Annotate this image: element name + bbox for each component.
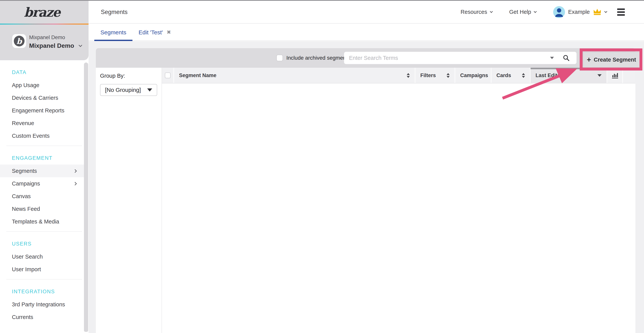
group-by-label: Group By:	[100, 73, 157, 79]
workspace-name: Mixpanel Demo	[29, 42, 74, 49]
sidebar-item-custom-events[interactable]: Custom Events	[0, 130, 84, 142]
segment-search[interactable]	[344, 52, 576, 64]
select-all-cell	[162, 68, 174, 83]
workspace-company: Mixpanel Demo	[29, 35, 65, 41]
column-segment-name[interactable]: Segment Name	[174, 68, 415, 83]
search-dropdown-caret-icon[interactable]	[550, 57, 554, 59]
sidebar-item-engagement-reports[interactable]: Engagement Reports	[0, 104, 84, 117]
sidebar-section-data: DATA	[0, 60, 84, 79]
table-header-row: Segment Name Filters Campaigns Cards Las…	[162, 68, 636, 84]
sort-caret-icon[interactable]	[598, 74, 602, 77]
tab-bar: Segments Edit 'Test' ✖	[88, 24, 644, 41]
search-input[interactable]	[349, 55, 550, 61]
resources-menu[interactable]: Resources	[460, 9, 492, 15]
braze-logo: braze	[24, 5, 60, 20]
select-all-checkbox[interactable]	[165, 73, 170, 78]
window-top-border	[0, 0, 644, 1]
close-icon[interactable]: ✖	[167, 30, 171, 35]
sidebar-item-app-usage[interactable]: App Usage	[0, 79, 84, 92]
column-campaigns[interactable]: Campaigns	[455, 68, 491, 83]
tab-segments[interactable]: Segments	[94, 24, 132, 41]
chevron-down-icon[interactable]	[78, 43, 82, 47]
sidebar-item-canvas[interactable]: Canvas	[0, 190, 84, 203]
sidebar-item-devices-carriers[interactable]: Devices & Carriers	[0, 92, 84, 104]
group-by-select[interactable]: [No Grouping]	[100, 84, 157, 96]
sidebar-item-news-feed[interactable]: News Feed	[0, 203, 84, 215]
sidebar-item-currents[interactable]: Currents	[0, 311, 84, 323]
page-title: Segments	[101, 9, 128, 16]
column-cards[interactable]: Cards	[491, 68, 530, 83]
sidebar-gutter	[84, 63, 88, 332]
chevron-down-icon	[604, 10, 608, 13]
chevron-right-icon	[73, 182, 77, 185]
segments-panel: Include archived segments + Create Segme…	[96, 48, 636, 333]
brand-header: braze	[0, 1, 88, 24]
segments-toolbar: Include archived segments + Create Segme…	[96, 48, 636, 68]
include-archived-label: Include archived segments	[286, 55, 350, 61]
user-name: Example	[568, 9, 590, 15]
column-analytics[interactable]	[606, 68, 622, 83]
workspace-icon: b	[12, 34, 26, 48]
sidebar-section-users: USERS	[0, 232, 84, 250]
chevron-right-icon	[73, 169, 77, 173]
sidebar-item-campaigns[interactable]: Campaigns	[0, 177, 84, 190]
group-by-panel: Group By: [No Grouping]	[96, 68, 162, 333]
workspace-avatar: b	[14, 36, 24, 47]
crown-icon	[593, 8, 602, 16]
user-avatar	[553, 6, 565, 18]
sidebar-item-segments[interactable]: Segments	[0, 165, 84, 177]
sort-icon[interactable]	[407, 73, 410, 78]
sort-icon[interactable]	[446, 73, 450, 78]
get-help-menu[interactable]: Get Help	[509, 9, 536, 15]
hamburger-menu-icon[interactable]	[617, 9, 625, 16]
table-body	[162, 84, 636, 333]
workspace-switcher[interactable]: b Mixpanel Demo Mixpanel Demo	[0, 25, 88, 60]
sidebar-item-3rd-party-integrations[interactable]: 3rd Party Integrations	[0, 298, 84, 311]
include-archived-control[interactable]: Include archived segments	[276, 55, 350, 61]
table-header-empty	[622, 68, 636, 83]
person-icon	[553, 6, 565, 18]
sidebar-item-templates-media[interactable]: Templates & Media	[0, 215, 84, 228]
select-caret-icon	[147, 88, 152, 92]
sidebar-section-engagement: ENGAGEMENT	[0, 146, 84, 165]
sidebar-item-revenue[interactable]: Revenue	[0, 117, 84, 130]
sidebar: DATA App Usage Devices & Carriers Engage…	[0, 60, 84, 333]
user-menu[interactable]: Example	[553, 6, 607, 18]
column-last-edited[interactable]: Last Edited	[530, 68, 606, 83]
include-archived-checkbox[interactable]	[276, 55, 283, 61]
sidebar-item-user-search[interactable]: User Search	[0, 250, 84, 263]
bar-chart-icon	[611, 72, 619, 79]
sidebar-item-user-import[interactable]: User Import	[0, 263, 84, 276]
tab-edit-test[interactable]: Edit 'Test' ✖	[132, 24, 177, 41]
search-icon[interactable]	[563, 55, 570, 61]
sidebar-section-integrations: INTEGRATIONS	[0, 279, 84, 298]
segments-table: Segment Name Filters Campaigns Cards Las…	[162, 68, 636, 333]
plus-icon: +	[587, 56, 591, 63]
chevron-down-icon	[490, 10, 493, 13]
column-filters[interactable]: Filters	[415, 68, 455, 83]
main-header: Segments Resources Get Help Example	[88, 1, 644, 24]
create-segment-button[interactable]: + Create Segment	[583, 52, 640, 68]
chevron-down-icon	[534, 10, 537, 13]
sort-icon[interactable]	[522, 73, 525, 78]
